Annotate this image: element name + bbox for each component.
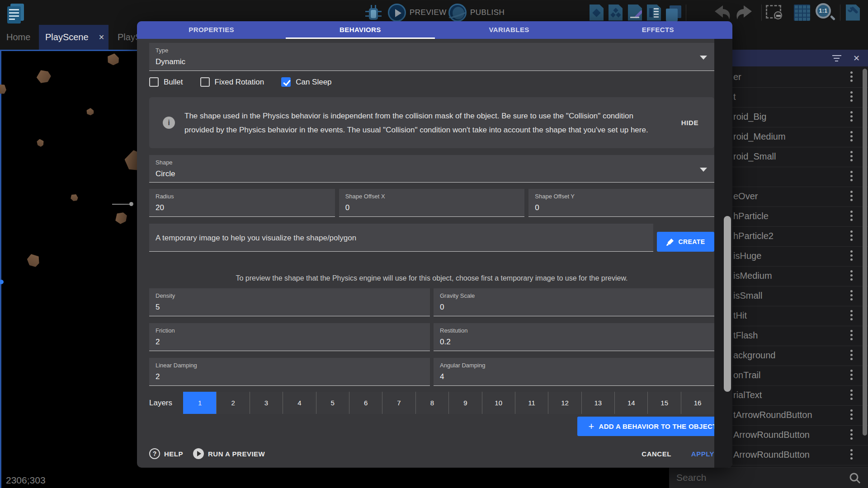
kebab-menu-icon[interactable] (850, 111, 853, 122)
gravity-scale-field[interactable]: Gravity Scale 0 (434, 288, 714, 316)
scene-settings-button[interactable] (846, 0, 860, 25)
restitution-field[interactable]: Restitution 0.2 (434, 323, 714, 351)
tab-label: PlayScene (45, 32, 89, 42)
checkbox-box-icon[interactable] (281, 77, 291, 87)
dialog-scrollbar-thumb[interactable] (724, 216, 731, 392)
kebab-menu-icon[interactable] (850, 270, 853, 281)
layer-button[interactable]: 8 (415, 392, 448, 414)
dialog-tab[interactable]: BEHAVIORS (286, 21, 434, 39)
type-select[interactable]: Type Dynamic (149, 43, 714, 71)
layer-button[interactable]: 11 (515, 392, 548, 414)
layer-button[interactable]: 1 (183, 392, 216, 414)
asteroid-object[interactable] (0, 81, 9, 96)
layer-button[interactable]: 12 (548, 392, 581, 414)
layer-button[interactable]: 13 (581, 392, 614, 414)
radius-field[interactable]: Radius 20 (149, 189, 335, 217)
undo-arrow-icon (711, 4, 731, 21)
grid-button[interactable] (794, 0, 810, 25)
angular-damping-field[interactable]: Angular Damping 4 (434, 358, 714, 386)
layer-button[interactable]: 2 (216, 392, 249, 414)
redo-button[interactable] (735, 0, 756, 25)
layer-button[interactable]: 14 (614, 392, 647, 414)
asteroid-object[interactable] (86, 108, 94, 116)
kebab-menu-icon[interactable] (850, 310, 853, 320)
selection-handle[interactable] (0, 280, 4, 284)
density-field[interactable]: Density 5 (149, 288, 430, 316)
checkbox-box-icon[interactable] (149, 77, 159, 87)
panel-scrollbar[interactable] (863, 69, 867, 436)
asteroid-object[interactable] (69, 192, 80, 202)
checkbox[interactable]: Fixed Rotation (200, 77, 264, 87)
asteroid-object[interactable] (35, 67, 53, 85)
dialog-tab[interactable]: PROPERTIES (137, 21, 286, 39)
tab-playscene[interactable]: PlayScene ✕ (39, 25, 108, 50)
help-button[interactable]: ? HELP (149, 448, 183, 459)
debugger-bug-icon (364, 4, 382, 22)
shape-offset-x-field[interactable]: Shape Offset X 0 (339, 189, 525, 217)
create-button[interactable]: CREATE (657, 232, 714, 252)
kebab-menu-icon[interactable] (850, 370, 853, 380)
planet-icon (448, 4, 467, 22)
kebab-menu-icon[interactable] (850, 91, 853, 102)
joint-handle[interactable] (129, 202, 133, 206)
shape-offset-y-field[interactable]: Shape Offset Y 0 (528, 189, 714, 217)
layer-button[interactable]: 5 (316, 392, 349, 414)
kebab-menu-icon[interactable] (850, 211, 853, 221)
friction-field[interactable]: Friction 2 (149, 323, 430, 351)
tab-home[interactable]: Home (0, 25, 37, 50)
kebab-menu-icon[interactable] (850, 429, 853, 440)
checkbox-box-icon[interactable] (200, 77, 210, 87)
zoom-reset-button[interactable]: 1:1 (816, 0, 835, 25)
layer-number: 12 (561, 399, 569, 407)
close-panel-icon[interactable]: ✕ (853, 54, 860, 62)
layer-button[interactable]: 4 (283, 392, 316, 414)
apply-button[interactable]: APPLY (691, 450, 714, 458)
layer-button[interactable]: 7 (382, 392, 415, 414)
objects-search-bar[interactable]: Search (669, 467, 868, 488)
asteroid-object[interactable] (113, 209, 129, 226)
kebab-menu-icon[interactable] (850, 230, 853, 241)
dialog-scrollbar-track[interactable] (714, 39, 732, 468)
kebab-menu-icon[interactable] (850, 71, 853, 82)
kebab-menu-icon[interactable] (850, 350, 853, 360)
kebab-menu-icon[interactable] (850, 151, 853, 161)
layer-button[interactable]: 6 (349, 392, 382, 414)
kebab-menu-icon[interactable] (850, 290, 853, 300)
kebab-menu-icon[interactable] (850, 191, 853, 201)
friction-label: Friction (156, 327, 424, 334)
layer-button[interactable]: 15 (647, 392, 680, 414)
shape-select[interactable]: Shape Circle (149, 155, 714, 183)
angular-damping-label: Angular Damping (440, 362, 708, 369)
checkbox[interactable]: Can Sleep (281, 77, 331, 87)
asteroid-object[interactable] (106, 52, 120, 66)
kebab-menu-icon[interactable] (850, 449, 853, 460)
kebab-menu-icon[interactable] (850, 330, 853, 340)
object-name: roid_Medium (733, 131, 786, 142)
asteroid-object[interactable] (36, 138, 46, 148)
layer-button[interactable]: 10 (482, 392, 515, 414)
kebab-menu-icon[interactable] (850, 131, 853, 141)
temp-image-field[interactable]: A temporary image to help you visualize … (149, 224, 653, 252)
hide-button[interactable]: HIDE (681, 119, 698, 127)
filter-icon[interactable] (832, 55, 841, 61)
asteroid-object[interactable] (25, 251, 43, 269)
linear-damping-field[interactable]: Linear Damping 2 (149, 358, 430, 386)
checkbox[interactable]: Bullet (149, 77, 183, 87)
kebab-menu-icon[interactable] (850, 409, 853, 420)
add-behavior-button[interactable]: + ADD A BEHAVIOR TO THE OBJECT (577, 417, 728, 436)
layer-button[interactable]: 9 (448, 392, 481, 414)
shape-offset-y-label: Shape Offset Y (535, 193, 708, 200)
cancel-button[interactable]: CANCEL (642, 450, 671, 458)
close-tab-icon[interactable]: ✕ (99, 33, 104, 42)
run-preview-button[interactable]: RUN A PREVIEW (193, 448, 265, 459)
edit-mask-button[interactable] (766, 0, 784, 25)
dialog-tab[interactable]: VARIABLES (435, 21, 584, 39)
layer-button[interactable]: 16 (681, 392, 714, 414)
kebab-menu-icon[interactable] (850, 171, 853, 181)
kebab-menu-icon[interactable] (850, 250, 853, 261)
type-label: Type (156, 47, 708, 54)
kebab-menu-icon[interactable] (850, 389, 853, 400)
dialog-tab[interactable]: EFFECTS (584, 21, 732, 39)
layer-button[interactable]: 3 (250, 392, 283, 414)
main-menu-button[interactable] (5, 0, 24, 25)
